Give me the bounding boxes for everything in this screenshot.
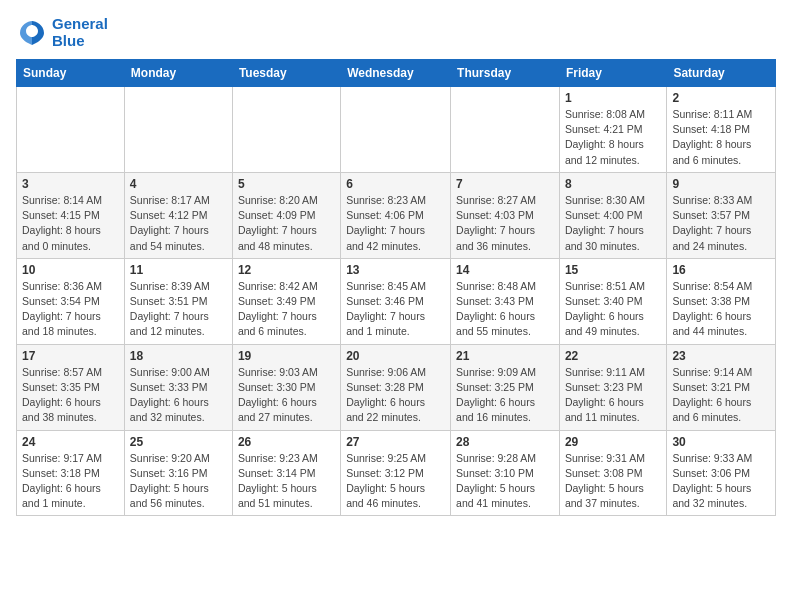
weekday-header: Saturday <box>667 60 776 87</box>
calendar-cell <box>451 87 560 173</box>
day-number: 26 <box>238 435 335 449</box>
day-number: 13 <box>346 263 445 277</box>
logo-text-general: General <box>52 16 108 33</box>
day-number: 21 <box>456 349 554 363</box>
day-number: 6 <box>346 177 445 191</box>
day-info: Sunrise: 9:33 AM Sunset: 3:06 PM Dayligh… <box>672 451 770 512</box>
calendar-week-row: 10Sunrise: 8:36 AM Sunset: 3:54 PM Dayli… <box>17 258 776 344</box>
calendar-cell: 12Sunrise: 8:42 AM Sunset: 3:49 PM Dayli… <box>232 258 340 344</box>
day-number: 25 <box>130 435 227 449</box>
calendar-cell: 2Sunrise: 8:11 AM Sunset: 4:18 PM Daylig… <box>667 87 776 173</box>
day-number: 24 <box>22 435 119 449</box>
calendar-cell: 5Sunrise: 8:20 AM Sunset: 4:09 PM Daylig… <box>232 172 340 258</box>
calendar-cell: 17Sunrise: 8:57 AM Sunset: 3:35 PM Dayli… <box>17 344 125 430</box>
day-number: 19 <box>238 349 335 363</box>
day-info: Sunrise: 8:36 AM Sunset: 3:54 PM Dayligh… <box>22 279 119 340</box>
calendar-cell: 14Sunrise: 8:48 AM Sunset: 3:43 PM Dayli… <box>451 258 560 344</box>
calendar-cell: 18Sunrise: 9:00 AM Sunset: 3:33 PM Dayli… <box>124 344 232 430</box>
calendar-cell: 3Sunrise: 8:14 AM Sunset: 4:15 PM Daylig… <box>17 172 125 258</box>
weekday-header: Wednesday <box>341 60 451 87</box>
day-info: Sunrise: 8:51 AM Sunset: 3:40 PM Dayligh… <box>565 279 661 340</box>
day-info: Sunrise: 9:23 AM Sunset: 3:14 PM Dayligh… <box>238 451 335 512</box>
calendar-table: SundayMondayTuesdayWednesdayThursdayFrid… <box>16 59 776 516</box>
logo: General Blue <box>16 16 108 49</box>
calendar-cell: 7Sunrise: 8:27 AM Sunset: 4:03 PM Daylig… <box>451 172 560 258</box>
day-info: Sunrise: 9:31 AM Sunset: 3:08 PM Dayligh… <box>565 451 661 512</box>
calendar-cell: 28Sunrise: 9:28 AM Sunset: 3:10 PM Dayli… <box>451 430 560 516</box>
day-number: 23 <box>672 349 770 363</box>
weekday-header: Monday <box>124 60 232 87</box>
day-number: 3 <box>22 177 119 191</box>
day-info: Sunrise: 8:48 AM Sunset: 3:43 PM Dayligh… <box>456 279 554 340</box>
calendar-cell: 25Sunrise: 9:20 AM Sunset: 3:16 PM Dayli… <box>124 430 232 516</box>
calendar-cell: 9Sunrise: 8:33 AM Sunset: 3:57 PM Daylig… <box>667 172 776 258</box>
day-number: 10 <box>22 263 119 277</box>
calendar-cell <box>232 87 340 173</box>
calendar-cell: 30Sunrise: 9:33 AM Sunset: 3:06 PM Dayli… <box>667 430 776 516</box>
calendar-cell: 16Sunrise: 8:54 AM Sunset: 3:38 PM Dayli… <box>667 258 776 344</box>
day-info: Sunrise: 9:09 AM Sunset: 3:25 PM Dayligh… <box>456 365 554 426</box>
calendar-cell: 27Sunrise: 9:25 AM Sunset: 3:12 PM Dayli… <box>341 430 451 516</box>
day-number: 4 <box>130 177 227 191</box>
day-number: 15 <box>565 263 661 277</box>
calendar-cell: 23Sunrise: 9:14 AM Sunset: 3:21 PM Dayli… <box>667 344 776 430</box>
calendar-cell: 13Sunrise: 8:45 AM Sunset: 3:46 PM Dayli… <box>341 258 451 344</box>
day-info: Sunrise: 8:11 AM Sunset: 4:18 PM Dayligh… <box>672 107 770 168</box>
calendar-cell: 19Sunrise: 9:03 AM Sunset: 3:30 PM Dayli… <box>232 344 340 430</box>
calendar-cell: 10Sunrise: 8:36 AM Sunset: 3:54 PM Dayli… <box>17 258 125 344</box>
day-number: 30 <box>672 435 770 449</box>
calendar-week-row: 24Sunrise: 9:17 AM Sunset: 3:18 PM Dayli… <box>17 430 776 516</box>
calendar-cell: 24Sunrise: 9:17 AM Sunset: 3:18 PM Dayli… <box>17 430 125 516</box>
calendar-cell: 29Sunrise: 9:31 AM Sunset: 3:08 PM Dayli… <box>559 430 666 516</box>
day-number: 7 <box>456 177 554 191</box>
day-number: 20 <box>346 349 445 363</box>
day-number: 12 <box>238 263 335 277</box>
logo-text-blue: Blue <box>52 33 108 50</box>
day-info: Sunrise: 8:30 AM Sunset: 4:00 PM Dayligh… <box>565 193 661 254</box>
day-info: Sunrise: 8:42 AM Sunset: 3:49 PM Dayligh… <box>238 279 335 340</box>
day-info: Sunrise: 9:00 AM Sunset: 3:33 PM Dayligh… <box>130 365 227 426</box>
day-number: 17 <box>22 349 119 363</box>
weekday-header-row: SundayMondayTuesdayWednesdayThursdayFrid… <box>17 60 776 87</box>
day-number: 29 <box>565 435 661 449</box>
day-number: 18 <box>130 349 227 363</box>
day-info: Sunrise: 8:33 AM Sunset: 3:57 PM Dayligh… <box>672 193 770 254</box>
day-number: 1 <box>565 91 661 105</box>
day-number: 9 <box>672 177 770 191</box>
day-number: 27 <box>346 435 445 449</box>
day-info: Sunrise: 9:06 AM Sunset: 3:28 PM Dayligh… <box>346 365 445 426</box>
logo-bird-icon <box>16 17 48 49</box>
day-info: Sunrise: 9:14 AM Sunset: 3:21 PM Dayligh… <box>672 365 770 426</box>
calendar-cell: 8Sunrise: 8:30 AM Sunset: 4:00 PM Daylig… <box>559 172 666 258</box>
calendar-cell: 22Sunrise: 9:11 AM Sunset: 3:23 PM Dayli… <box>559 344 666 430</box>
day-info: Sunrise: 8:17 AM Sunset: 4:12 PM Dayligh… <box>130 193 227 254</box>
weekday-header: Sunday <box>17 60 125 87</box>
day-number: 16 <box>672 263 770 277</box>
day-info: Sunrise: 9:28 AM Sunset: 3:10 PM Dayligh… <box>456 451 554 512</box>
day-info: Sunrise: 8:08 AM Sunset: 4:21 PM Dayligh… <box>565 107 661 168</box>
day-info: Sunrise: 8:14 AM Sunset: 4:15 PM Dayligh… <box>22 193 119 254</box>
calendar-cell: 4Sunrise: 8:17 AM Sunset: 4:12 PM Daylig… <box>124 172 232 258</box>
day-info: Sunrise: 8:39 AM Sunset: 3:51 PM Dayligh… <box>130 279 227 340</box>
calendar-cell: 6Sunrise: 8:23 AM Sunset: 4:06 PM Daylig… <box>341 172 451 258</box>
calendar-week-row: 17Sunrise: 8:57 AM Sunset: 3:35 PM Dayli… <box>17 344 776 430</box>
calendar-cell: 11Sunrise: 8:39 AM Sunset: 3:51 PM Dayli… <box>124 258 232 344</box>
calendar-cell: 15Sunrise: 8:51 AM Sunset: 3:40 PM Dayli… <box>559 258 666 344</box>
day-info: Sunrise: 9:17 AM Sunset: 3:18 PM Dayligh… <box>22 451 119 512</box>
day-info: Sunrise: 8:27 AM Sunset: 4:03 PM Dayligh… <box>456 193 554 254</box>
day-info: Sunrise: 8:57 AM Sunset: 3:35 PM Dayligh… <box>22 365 119 426</box>
calendar-week-row: 3Sunrise: 8:14 AM Sunset: 4:15 PM Daylig… <box>17 172 776 258</box>
calendar-cell <box>124 87 232 173</box>
calendar-cell: 26Sunrise: 9:23 AM Sunset: 3:14 PM Dayli… <box>232 430 340 516</box>
calendar-cell <box>17 87 125 173</box>
weekday-header: Tuesday <box>232 60 340 87</box>
day-number: 28 <box>456 435 554 449</box>
day-number: 8 <box>565 177 661 191</box>
day-number: 22 <box>565 349 661 363</box>
day-info: Sunrise: 9:20 AM Sunset: 3:16 PM Dayligh… <box>130 451 227 512</box>
day-info: Sunrise: 9:03 AM Sunset: 3:30 PM Dayligh… <box>238 365 335 426</box>
calendar-cell: 21Sunrise: 9:09 AM Sunset: 3:25 PM Dayli… <box>451 344 560 430</box>
calendar-cell: 1Sunrise: 8:08 AM Sunset: 4:21 PM Daylig… <box>559 87 666 173</box>
weekday-header: Thursday <box>451 60 560 87</box>
calendar-week-row: 1Sunrise: 8:08 AM Sunset: 4:21 PM Daylig… <box>17 87 776 173</box>
